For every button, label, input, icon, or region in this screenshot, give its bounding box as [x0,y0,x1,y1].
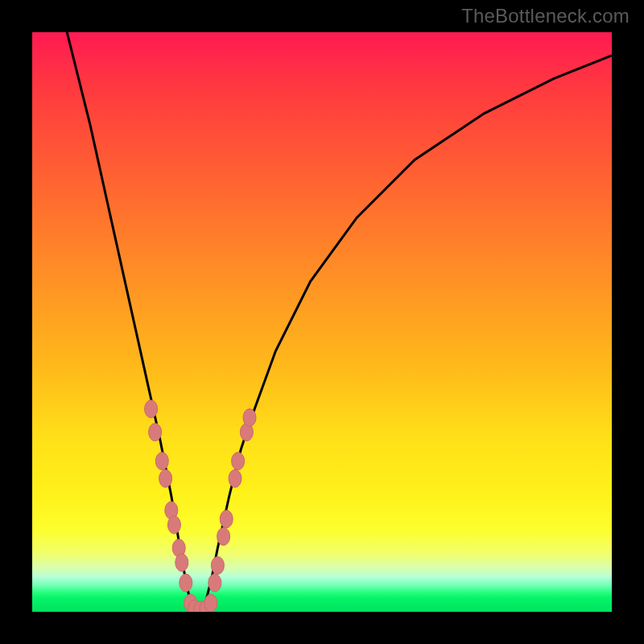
chart-frame: TheBottleneck.com [0,0,644,644]
marker-point [208,574,221,592]
marker-point [229,469,242,487]
marker-point [175,554,188,572]
marker-point [220,510,233,528]
marker-point [167,516,180,534]
marker-point [159,469,172,487]
curve-svg [32,32,612,612]
plot-area [32,32,612,612]
marker-point [211,556,224,574]
marker-point [180,574,192,592]
marker-point [232,452,245,470]
bottleneck-curve [67,32,612,612]
marker-point [217,527,230,545]
marker-point [243,409,256,427]
marker-point [155,452,168,470]
marker-point [145,400,158,418]
marker-group [145,400,256,612]
marker-point [204,594,217,612]
marker-point [149,423,162,441]
watermark-text: TheBottleneck.com [461,5,630,27]
